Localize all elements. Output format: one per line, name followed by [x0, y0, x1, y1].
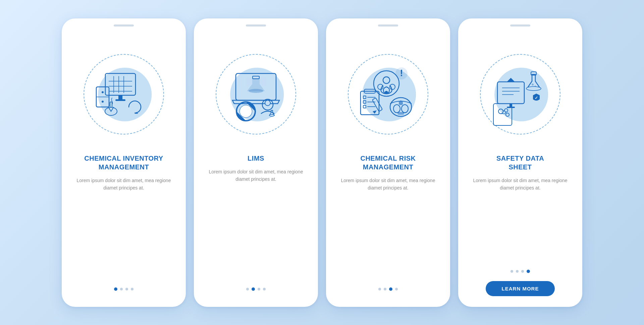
card-chemical-inventory: CHEMICAL INVENTORY MANAGEMENT Lorem ipsu…	[62, 18, 186, 307]
lims-icon	[219, 55, 293, 129]
card-title-2: LIMS	[237, 154, 274, 163]
card-safety-data: ✓ SAFETY DATASHEET Lorem ipsum dolor sit…	[458, 18, 582, 307]
svg-point-20	[249, 89, 263, 93]
svg-rect-38	[363, 101, 366, 103]
dot-4-1	[511, 270, 513, 273]
dot-2-4	[263, 288, 266, 290]
svg-line-65	[503, 110, 504, 111]
svg-rect-1	[109, 76, 132, 93]
dot-2-2	[252, 287, 255, 291]
dot-4-2	[516, 270, 519, 273]
svg-point-13	[102, 101, 104, 103]
svg-rect-47	[397, 112, 404, 115]
svg-point-26	[270, 114, 274, 116]
risk-icon: !	[351, 55, 425, 129]
dot-3-4	[395, 288, 398, 290]
inventory-icon	[87, 55, 161, 129]
illustration-area-3: !	[326, 26, 450, 154]
svg-rect-36	[363, 96, 366, 99]
svg-rect-8	[118, 95, 122, 100]
dot-1-2	[120, 288, 123, 290]
dots-row-4	[511, 270, 530, 273]
card-title-4: SAFETY DATASHEET	[486, 154, 554, 171]
svg-point-25	[265, 100, 270, 106]
svg-point-23	[240, 105, 252, 117]
dots-row-1	[114, 287, 133, 291]
svg-point-46	[401, 105, 408, 113]
dot-2-1	[246, 288, 249, 290]
dot-3-1	[378, 288, 381, 290]
dot-3-2	[384, 288, 386, 290]
dot-4-4	[527, 270, 530, 273]
svg-point-28	[383, 77, 390, 84]
cards-container: CHEMICAL INVENTORY MANAGEMENT Lorem ipsu…	[48, 5, 596, 320]
card-body-3: Lorem ipsum dolor sit dim amet, mea regi…	[326, 177, 450, 281]
svg-point-57	[526, 87, 541, 91]
learn-more-button[interactable]: LEARN MORE	[486, 281, 555, 296]
svg-point-45	[393, 105, 400, 113]
illustration-area-2	[194, 26, 318, 154]
card-title-1: CHEMICAL INVENTORY MANAGEMENT	[62, 154, 186, 171]
card-body-4: Lorem ipsum dolor sit dim amet, mea regi…	[458, 177, 582, 263]
dot-1-3	[125, 288, 128, 290]
illustration-area-1	[62, 26, 186, 154]
card-title-3: CHEMICAL RISKMANAGEMENT	[350, 154, 426, 171]
svg-point-31	[385, 91, 388, 94]
illustration-area-4: ✓	[458, 26, 582, 154]
svg-text:✓: ✓	[535, 96, 538, 100]
card-body-2: Lorem ipsum dolor sit dim amet, mea regi…	[194, 168, 318, 281]
svg-rect-42	[372, 98, 382, 111]
dot-4-3	[521, 270, 524, 273]
svg-point-63	[504, 109, 508, 112]
card-body-1: Lorem ipsum dolor sit dim amet, mea regi…	[62, 177, 186, 281]
dot-1-1	[114, 287, 117, 291]
card-lims: LIMS Lorem ipsum dolor sit dim amet, mea…	[194, 18, 318, 307]
svg-rect-9	[115, 99, 125, 101]
svg-point-62	[498, 109, 503, 114]
svg-rect-49	[500, 85, 522, 101]
svg-rect-15	[110, 102, 112, 107]
dot-2-3	[258, 288, 260, 290]
card-chemical-risk: !	[326, 18, 450, 307]
dots-row-2	[246, 287, 266, 291]
safety-icon: ✓	[483, 55, 557, 129]
dot-1-4	[131, 288, 133, 290]
svg-point-58	[532, 84, 534, 86]
svg-rect-40	[363, 105, 366, 108]
svg-rect-55	[507, 107, 515, 108]
svg-marker-43	[373, 110, 377, 114]
svg-line-66	[505, 112, 506, 113]
svg-point-59	[535, 86, 536, 87]
dot-3-3	[389, 287, 392, 291]
svg-text:!: !	[400, 68, 403, 78]
svg-point-12	[102, 91, 104, 93]
svg-point-64	[506, 113, 509, 116]
dots-row-3	[378, 287, 398, 291]
